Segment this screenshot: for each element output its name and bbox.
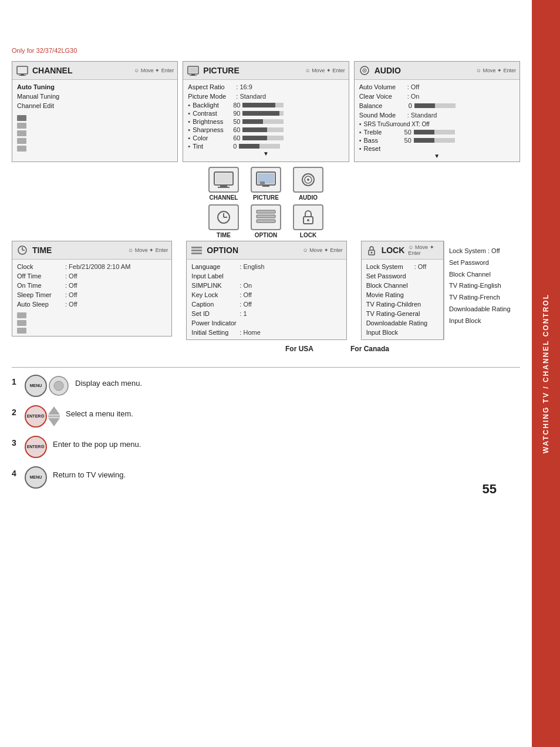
svg-point-9 [364,70,365,71]
lock-blockchannel: Block Channel [366,281,438,290]
instruction-3-number: 3 [12,438,19,447]
lock-nav: ☺ Move ✦ Enter [408,244,440,256]
audio-icon-btn[interactable]: AUDIO [293,167,323,201]
option-icon-circle [251,204,281,230]
enter-button-2[interactable]: ENTER ⊙ [25,405,47,428]
channel-title: CHANNEL [32,66,130,75]
svg-rect-2 [19,75,26,76]
time-body: Clock : Feb/21/2008 2:10 AM Off Time : O… [12,260,171,336]
picture-sharpness: • Sharpness 60 [188,126,343,134]
instruction-3-buttons: ENTER ⊙ [25,436,47,458]
nav-oval [48,375,69,396]
channel-icon-btn[interactable]: CHANNEL [208,167,239,201]
picture-tint: • Tint 0 [188,142,343,150]
option-icon [190,244,203,257]
right-sidebar: WATCHING TV / CHANNEL CONTROL [532,0,560,747]
audio-bass: • Bass 50 [359,136,515,144]
canada-column: Lock System : Off Set Password Block Cha… [444,241,520,340]
lock-section: LOCK ☺ Move ✦ Enter Lock System : Off Se… [361,241,520,340]
option-caption: Caption : Off [191,300,341,309]
canada-input-block: Input Block [449,315,515,327]
lock-body: Lock System : Off Set Password Block Cha… [362,260,443,339]
option-language: Language : English [191,262,341,271]
contrast-bar [242,111,284,116]
option-nav: ☺ Move ✦ Enter [302,247,342,253]
picture-panel: PICTURE ☺ Move ✦ Enter Aspect Ratio : 16… [183,61,349,162]
page-number: 55 [483,482,497,497]
audio-soundmode: Sound Mode : Standard [359,110,515,120]
audio-autovol: Auto Volume : Off [359,82,515,92]
instruction-1-number: 1 [12,377,19,386]
svg-rect-24 [257,210,275,213]
instruction-2-buttons: ENTER ⊙ [25,405,60,428]
svg-rect-11 [215,173,232,184]
backlight-bar [242,103,284,107]
picture-icon-btn[interactable]: PICTURE [251,167,281,201]
menu-button-4[interactable]: MENU [25,466,47,489]
audio-icon-label: AUDIO [299,194,318,201]
channel-icon-circle [208,167,239,193]
arrow-down-2[interactable] [48,418,60,426]
svg-rect-13 [218,187,230,188]
audio-balance: Balance 0 [359,101,515,110]
audio-srs: • SRS TruSurround XT: Off [359,120,515,128]
time-autosleep: Auto Sleep : Off [17,300,167,309]
treble-bar [414,130,455,134]
icon-row-1: CHANNEL PICTURE [12,167,520,201]
svg-rect-6 [189,68,197,73]
lock-title: LOCK [382,245,405,255]
lock-system: Lock System : Off [366,262,438,271]
usa-label: For USA [270,345,329,353]
picture-header: PICTURE ☺ Move ✦ Enter [183,62,348,80]
svg-point-36 [370,252,372,254]
instruction-1-text: Display each menu. [75,378,142,389]
svg-rect-32 [191,247,202,248]
svg-point-28 [307,219,309,221]
tint-bar [239,144,280,149]
channel-panel: CHANNEL ☺ Move ✦ Enter Auto Tuning Manua… [12,61,178,162]
canada-lock-system: Lock System : Off [449,245,515,257]
picture-body: Aspect Ratio : 16:9 Picture Mode : Stand… [183,80,348,159]
time-icon-btn[interactable]: TIME [208,204,239,238]
svg-rect-34 [191,253,202,254]
menu-button-1[interactable]: MENU [25,375,47,397]
lock-icon-label: LOCK [300,232,316,238]
arrow-nav-2 [48,406,60,426]
audio-body: Auto Volume : Off Clear Voice : On Balan… [355,80,519,161]
canada-set-password: Set Password [449,257,515,269]
picture-contrast: • Contrast 90 [188,109,343,117]
svg-rect-26 [257,220,275,223]
option-inputlabel: Input Label [191,271,341,281]
svg-point-20 [307,179,309,181]
option-header: OPTION ☺ Move ✦ Enter [187,241,346,260]
svg-rect-5 [190,75,197,76]
icon-row-2: TIME OPTION [12,204,520,238]
svg-rect-12 [220,185,227,187]
option-panel: OPTION ☺ Move ✦ Enter Language : English… [186,241,346,340]
audio-nav: ☺ Move ✦ Enter [476,68,516,73]
bass-bar [414,138,455,143]
instruction-3: 3 ENTER ⊙ Enter to the pop up menu. [12,436,520,458]
canada-tv-english: TV Rating-English [449,280,515,292]
lock-downloadable: Downloadable Rating [366,318,438,328]
bottom-menu-row: TIME ☺ Move ✦ Enter Clock : Feb/21/2008 … [12,241,520,340]
canada-tv-french: TV Rating-French [449,292,515,304]
channel-body: Auto Tuning Manual Tuning Channel Edit [12,80,177,154]
lock-icon-btn[interactable]: LOCK [293,204,323,238]
channel-icon-label: CHANNEL [210,194,238,201]
instruction-2-number: 2 [12,408,19,417]
sidebar-text: WATCHING TV / CHANNEL CONTROL [542,294,550,453]
arrow-up-2[interactable] [48,406,60,415]
only-for-label: Only for 32/37/42LG30 [12,47,520,54]
instruction-2: 2 ENTER ⊙ Select a menu item. [12,405,520,428]
instructions-section: 1 MENU Display each menu. 2 [12,367,520,489]
option-icon-btn[interactable]: OPTION [251,204,281,238]
instruction-4: 4 MENU Return to TV viewing. [12,466,520,489]
enter-button-3[interactable]: ENTER ⊙ [25,436,47,458]
option-keylock: Key Lock : Off [191,290,341,300]
instruction-4-buttons: MENU [25,466,47,489]
lock-tv-children: TV Rating-Children [366,300,438,309]
canada-block-channel: Block Channel [449,269,515,281]
picture-icon-circle [251,167,281,193]
lock-icon-circle [293,204,323,230]
